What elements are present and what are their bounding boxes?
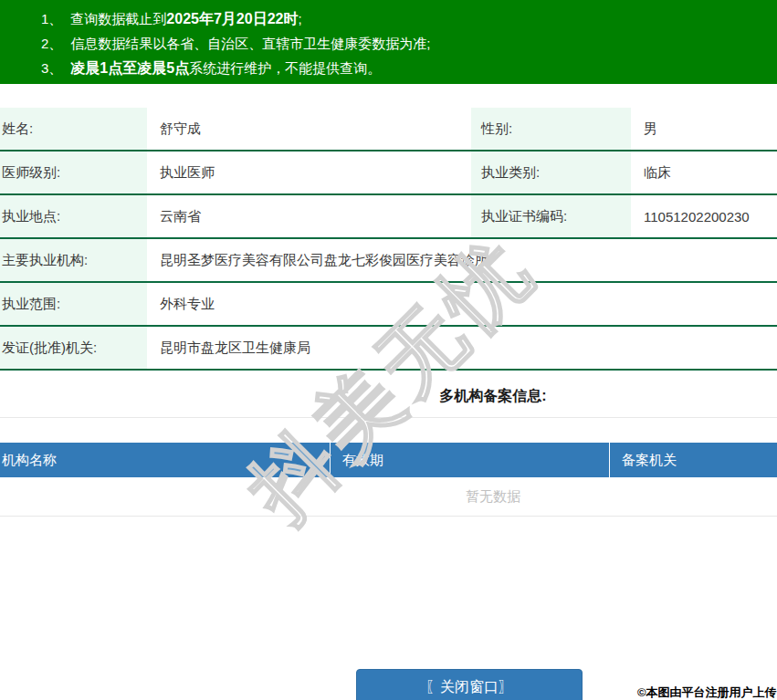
name-label: 姓名:	[0, 108, 147, 150]
certificate-number-value: 11051202200230	[631, 195, 777, 237]
gender-label: 性别:	[471, 108, 631, 150]
issuing-authority-label: 发证(批准)机关:	[0, 327, 147, 369]
notice-text-bold: 2025年7月20日22时	[166, 11, 298, 26]
practice-location-value: 云南省	[147, 195, 471, 237]
notice-number: 1、	[41, 11, 62, 26]
notice-text: 系统进行维护，不能提供查询。	[189, 60, 381, 76]
practice-scope-label: 执业范围:	[0, 283, 147, 325]
notice-text: 查询数据截止到	[70, 11, 166, 26]
table-row: 发证(批准)机关: 昆明市盘龙区卫生健康局	[0, 327, 777, 371]
notice-number: 3、	[41, 60, 62, 76]
column-header-record-authority: 备案机关	[610, 443, 777, 477]
column-header-validity: 有效期	[331, 443, 610, 477]
certificate-number-label: 执业证书编码:	[471, 195, 631, 237]
copyright-stamp: ©本图由平台注册用户上传	[637, 684, 777, 700]
table-row: 执业地点: 云南省 执业证书编码: 11051202200230	[0, 195, 777, 239]
practice-category-value: 临床	[631, 151, 777, 193]
name-value: 舒守成	[147, 108, 471, 150]
notice-text: 信息数据结果以各省、自治区、直辖市卫生健康委数据为准;	[70, 36, 430, 51]
main-org-value: 昆明圣梦医疗美容有限公司盘龙七彩俊园医疗美容诊所	[147, 239, 777, 281]
multi-org-section-title: 多机构备案信息:	[0, 371, 777, 418]
doctor-level-value: 执业医师	[147, 151, 471, 193]
practice-scope-value: 外科专业	[147, 283, 777, 325]
close-window-button[interactable]: 〖关闭窗口〗	[356, 669, 583, 700]
records-table-header: 机构名称 有效期 备案机关	[0, 443, 777, 477]
notice-line-2: 2、信息数据结果以各省、自治区、直辖市卫生健康委数据为准;	[41, 31, 777, 56]
practice-location-label: 执业地点:	[0, 195, 147, 237]
table-row: 姓名: 舒守成 性别: 男	[0, 108, 777, 151]
table-row: 主要执业机构: 昆明圣梦医疗美容有限公司盘龙七彩俊园医疗美容诊所	[0, 239, 777, 283]
query-result-window: 1、查询数据截止到2025年7月20日22时; 2、信息数据结果以各省、自治区、…	[0, 0, 777, 700]
empty-data-placeholder: 暂无数据	[0, 477, 777, 517]
notice-text: ;	[298, 11, 301, 26]
notice-text-bold: 凌晨1点至凌晨5点	[70, 60, 189, 76]
gender-value: 男	[631, 108, 777, 150]
main-org-label: 主要执业机构:	[0, 239, 147, 281]
page-content: 1、查询数据截止到2025年7月20日22时; 2、信息数据结果以各省、自治区、…	[0, 0, 777, 517]
column-header-org-name: 机构名称	[0, 443, 331, 477]
issuing-authority-value: 昆明市盘龙区卫生健康局	[147, 327, 777, 369]
practice-category-label: 执业类别:	[471, 151, 631, 193]
multi-org-records-table: 机构名称 有效期 备案机关 暂无数据	[0, 443, 777, 517]
doctor-level-label: 医师级别:	[0, 151, 147, 193]
notice-banner: 1、查询数据截止到2025年7月20日22时; 2、信息数据结果以各省、自治区、…	[0, 0, 777, 84]
table-row: 执业范围: 外科专业	[0, 283, 777, 327]
notice-number: 2、	[41, 36, 62, 51]
doctor-info-table: 姓名: 舒守成 性别: 男 医师级别: 执业医师 执业类别: 临床 执业地点: …	[0, 108, 777, 371]
notice-line-1: 1、查询数据截止到2025年7月20日22时;	[41, 6, 777, 31]
notice-line-3: 3、凌晨1点至凌晨5点系统进行维护，不能提供查询。	[41, 56, 777, 80]
table-row: 医师级别: 执业医师 执业类别: 临床	[0, 151, 777, 195]
